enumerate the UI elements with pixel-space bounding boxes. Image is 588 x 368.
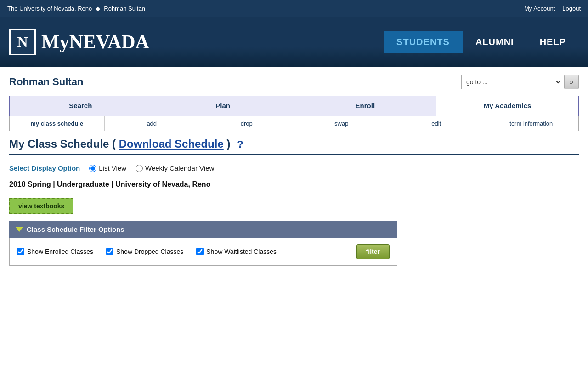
header-nav: STUDENTS ALUMNI HELP [384,31,579,53]
user-row: Rohman Sultan go to ... » [9,75,579,89]
filter-header-label: Class Schedule Filter Options [27,225,124,233]
show-dropped-option[interactable]: Show Dropped Classes [106,248,183,255]
help-icon[interactable]: ? [237,138,243,150]
top-bar-user: Rohman Sultan [104,5,145,12]
n-letter: N [17,34,28,51]
subtab-term-information[interactable]: term information [484,116,579,131]
logout-link[interactable]: Logout [562,5,581,12]
page-title: My Class Schedule ( Download Schedule ) … [9,138,243,150]
goto-button[interactable]: » [564,75,579,89]
subtab-my-class-schedule[interactable]: my class schedule [10,116,105,131]
show-dropped-label: Show Dropped Classes [116,248,183,255]
show-waitlisted-label: Show Waitlisted Classes [206,248,277,255]
display-option-row: Select Display Option List View Weekly C… [9,164,579,172]
show-enrolled-option[interactable]: Show Enrolled Classes [17,248,93,255]
page-title-row: My Class Schedule ( Download Schedule ) … [9,138,579,155]
university-name: The University of Nevada, Reno [7,5,92,12]
filter-section: Class Schedule Filter Options Show Enrol… [9,221,397,266]
download-schedule-link[interactable]: Download Schedule [119,138,224,150]
page-title-text: My Class Schedule ( [9,138,116,150]
nav-alumni[interactable]: ALUMNI [463,31,527,53]
n-logo-icon: N [9,29,36,55]
filter-options-row: Show Enrolled Classes Show Dropped Class… [9,238,397,266]
collapse-icon[interactable] [16,227,23,232]
weekly-calendar-radio[interactable] [136,165,143,172]
show-dropped-checkbox[interactable] [106,248,113,255]
tab-my-academics[interactable]: My Academics [436,96,578,116]
display-option-label: Select Display Option [9,164,80,172]
tab-search[interactable]: Search [10,96,152,116]
list-view-radio[interactable] [89,165,96,172]
goto-area: go to ... » [461,75,579,89]
list-view-label: List View [99,164,126,172]
show-waitlisted-checkbox[interactable] [196,248,204,255]
subtab-drop[interactable]: drop [199,116,294,131]
show-waitlisted-option[interactable]: Show Waitlisted Classes [196,248,277,255]
filter-header: Class Schedule Filter Options [9,221,397,238]
goto-select[interactable]: go to ... [461,75,562,89]
filter-button[interactable]: filter [356,244,390,259]
diamond-icon: ◆ [96,5,100,12]
view-textbooks-button[interactable]: view textbooks [9,198,74,214]
subtab-edit[interactable]: edit [389,116,484,131]
header: N MyNEVADA STUDENTS ALUMNI HELP [0,17,588,67]
main-tabs: Search Plan Enroll My Academics [9,96,579,116]
content: Rohman Sultan go to ... » Search Plan En… [0,67,588,273]
list-view-option[interactable]: List View [89,164,126,172]
subtab-swap[interactable]: swap [294,116,390,131]
show-enrolled-label: Show Enrolled Classes [27,248,93,255]
subtab-add[interactable]: add [105,116,200,131]
nav-help[interactable]: HELP [527,31,579,53]
top-bar-left: The University of Nevada, Reno ◆ Rohman … [7,5,145,12]
page-title-end: ) [226,138,230,150]
tab-plan[interactable]: Plan [152,96,294,116]
top-bar: The University of Nevada, Reno ◆ Rohman … [0,0,588,17]
weekly-calendar-option[interactable]: Weekly Calendar View [136,164,214,172]
top-bar-right: My Account Logout [524,5,581,12]
site-title: MyNEVADA [41,31,149,53]
my-account-link[interactable]: My Account [524,5,555,12]
weekly-calendar-label: Weekly Calendar View [145,164,214,172]
logo-area: N MyNEVADA [9,29,149,55]
term-info: 2018 Spring | Undergraduate | University… [9,180,579,189]
tab-enroll[interactable]: Enroll [294,96,437,116]
sub-tabs: my class schedule add drop swap edit ter… [9,116,579,131]
nav-students[interactable]: STUDENTS [384,31,463,53]
show-enrolled-checkbox[interactable] [17,248,24,255]
user-name: Rohman Sultan [9,76,83,88]
